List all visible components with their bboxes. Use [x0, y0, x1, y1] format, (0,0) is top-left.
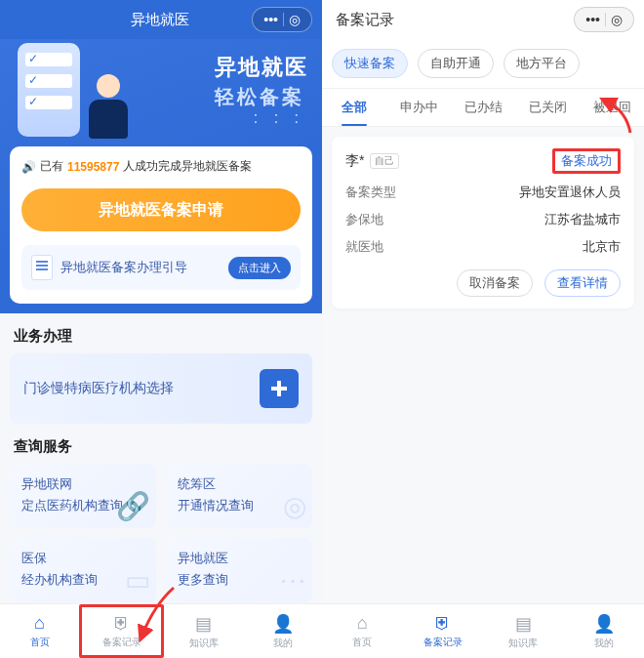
query-card-networked[interactable]: 异地联网定点医药机构查询 🔗: [10, 464, 156, 528]
page-title-left: 异地就医: [68, 11, 252, 29]
user-icon: 👤: [593, 613, 615, 635]
enter-button[interactable]: 点击进入: [228, 257, 291, 279]
query-card-region[interactable]: 统筹区开通情况查询 ◎: [166, 464, 312, 528]
success-count-row: 🔊 已有 11595877 人成功完成异地就医备案: [21, 158, 301, 175]
view-detail-button[interactable]: 查看详情: [544, 269, 621, 297]
cancel-filing-button[interactable]: 取消备案: [457, 269, 533, 297]
hero-dots: : : :: [254, 109, 304, 127]
pill-self-open[interactable]: 自助开通: [418, 49, 494, 78]
tab-filing-records[interactable]: ⛨ 备案记录: [403, 604, 484, 658]
home-icon: ⌂: [34, 613, 45, 634]
location-icon: ◎: [283, 490, 306, 522]
guide-label: 异地就医备案办理引导: [60, 259, 187, 276]
tab-mine[interactable]: 👤 我的: [243, 604, 322, 658]
hero-person-illustration: [84, 74, 133, 143]
shield-icon: ⛨: [434, 613, 452, 634]
book-icon: ▤: [195, 613, 212, 635]
tab-home[interactable]: ⌂ 首页: [0, 604, 79, 658]
query-card-more[interactable]: 异地就医更多查询 ⋯: [166, 538, 312, 602]
filing-guide-row[interactable]: 异地就医备案办理引导 点击进入: [21, 245, 301, 290]
section-title-business: 业务办理: [0, 313, 322, 353]
subtab-processing[interactable]: 申办中: [386, 89, 451, 126]
subtab-done[interactable]: 已办结: [451, 89, 515, 126]
user-icon: 👤: [272, 613, 294, 635]
tab-knowledge[interactable]: ▤ 知识库: [164, 604, 243, 658]
tab-filing-records[interactable]: ⛨ 备案记录: [79, 604, 164, 658]
more-icon: ⋯: [279, 564, 306, 596]
home-icon: ⌂: [357, 613, 368, 634]
record-name: 李*: [345, 152, 364, 170]
card-icon: ▭: [125, 564, 150, 596]
chronic-disease-card[interactable]: 门诊慢特病医疗机构选择: [10, 353, 312, 424]
section-title-query: 查询服务: [0, 424, 322, 464]
hero-phone-illustration: [18, 43, 80, 137]
document-icon: [31, 255, 53, 280]
link-icon: 🔗: [116, 490, 150, 522]
miniprogram-capsule[interactable]: ••• ◎: [574, 7, 634, 32]
sound-icon: 🔊: [21, 160, 36, 174]
subtab-closed[interactable]: 已关闭: [515, 89, 580, 126]
page-title-right: 备案记录: [332, 11, 574, 29]
pill-local-platform[interactable]: 地方平台: [503, 49, 580, 78]
self-tag: 自己: [370, 153, 399, 169]
tab-knowledge[interactable]: ▤ 知识库: [483, 604, 564, 658]
query-card-agency[interactable]: 医保经办机构查询 ▭: [10, 538, 156, 602]
tab-mine[interactable]: 👤 我的: [564, 604, 645, 658]
apply-filing-button[interactable]: 异地就医备案申请: [21, 188, 301, 231]
more-icon[interactable]: •••: [263, 13, 278, 26]
pill-quick-filing[interactable]: 快速备案: [332, 49, 408, 78]
miniprogram-capsule[interactable]: ••• ◎: [252, 7, 312, 32]
success-count-number: 11595877: [67, 160, 119, 174]
subtab-all[interactable]: 全部: [322, 89, 386, 126]
more-icon[interactable]: •••: [585, 13, 600, 26]
book-icon: ▤: [515, 613, 532, 635]
target-icon[interactable]: ◎: [611, 13, 623, 26]
subtab-returned[interactable]: 被退回: [580, 89, 644, 126]
shield-icon: ⛨: [113, 613, 131, 634]
hero-title: 异地就医: [215, 53, 308, 82]
hospital-plus-icon: [260, 369, 299, 408]
tab-home[interactable]: ⌂ 首页: [322, 604, 403, 658]
status-badge: 备案成功: [552, 148, 621, 174]
filing-record-card: 李* 自己 备案成功 备案类型异地安置退休人员 参保地江苏省盐城市 就医地北京市…: [332, 137, 634, 308]
target-icon[interactable]: ◎: [289, 13, 301, 26]
hero-subtitle: 轻松备案: [215, 84, 308, 110]
